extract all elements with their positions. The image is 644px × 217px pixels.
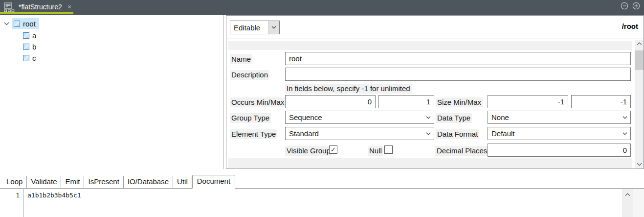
tab-emit[interactable]: Emit xyxy=(61,176,84,188)
element-type-label: Element Type xyxy=(230,129,277,139)
gutter-divider xyxy=(23,189,24,217)
node-path: /root xyxy=(622,22,638,30)
editor-content[interactable]: a1b1b2b3b4b5c1 xyxy=(27,192,81,199)
element-node-icon xyxy=(23,32,29,39)
group-type-label: Group Type xyxy=(230,113,271,123)
element-node-icon xyxy=(14,21,20,27)
tree-node-label: a xyxy=(32,31,36,40)
size-max-input[interactable] xyxy=(571,95,631,108)
tree-node-label: b xyxy=(32,43,36,51)
document-tab-title[interactable]: *flatStructure2 xyxy=(19,3,62,11)
decimal-places-label: Decimal Places xyxy=(435,146,489,156)
data-format-value: Default xyxy=(488,127,619,140)
group-type-value: Sequence xyxy=(286,111,422,123)
editor-right-margin xyxy=(633,189,644,217)
name-label: Name xyxy=(230,54,252,64)
data-type-label: Data Type xyxy=(436,113,472,123)
name-input[interactable] xyxy=(285,52,631,65)
visible-group-checkbox[interactable] xyxy=(329,145,337,154)
document-editor[interactable]: 1 a1b1b2b3b4b5c1 xyxy=(0,189,644,217)
chevron-down-icon[interactable] xyxy=(422,127,434,140)
tree-node-a[interactable]: a xyxy=(23,30,36,41)
size-minmax-label: Size Min/Max xyxy=(436,97,483,107)
unlimited-info-text: In fields below, specify -1 for unlimite… xyxy=(285,84,412,94)
chevron-down-icon[interactable] xyxy=(619,111,630,123)
data-type-value: None xyxy=(488,111,619,123)
data-format-label: Data Format xyxy=(436,129,479,139)
circled-minus-icon[interactable] xyxy=(621,2,628,12)
tab-close-icon[interactable]: × xyxy=(67,3,71,11)
chevron-up-icon[interactable] xyxy=(622,191,633,199)
chevron-down-icon[interactable] xyxy=(635,160,644,169)
chevron-down-icon[interactable] xyxy=(422,111,434,123)
tree-node-c[interactable]: c xyxy=(23,52,36,63)
size-min-input[interactable] xyxy=(488,95,568,108)
element-node-icon xyxy=(23,55,29,61)
properties-panel: Editable /root Name Description In field… xyxy=(226,15,644,169)
description-label: Description xyxy=(230,70,269,80)
group-type-dropdown[interactable]: Sequence xyxy=(285,111,434,124)
occurs-minmax-label: Occurs Min/Max xyxy=(230,97,286,107)
editor-scrollbar[interactable] xyxy=(622,189,633,217)
occurs-min-input[interactable] xyxy=(285,95,376,108)
chevron-up-icon[interactable] xyxy=(635,40,644,48)
tree-node-label: root xyxy=(23,20,36,28)
tree-node-label: c xyxy=(32,54,36,62)
tab-validate[interactable]: Validate xyxy=(27,176,61,188)
occurs-max-input[interactable] xyxy=(378,95,434,108)
tab-document[interactable]: Document xyxy=(192,175,235,189)
decimal-places-input[interactable] xyxy=(488,144,631,157)
form-spacer-band xyxy=(228,158,632,168)
edit-mode-value: Editable xyxy=(230,21,268,34)
structure-tree-panel: root a b c xyxy=(0,15,223,169)
data-type-dropdown[interactable]: None xyxy=(488,111,631,124)
visible-group-label: Visible Group xyxy=(285,146,332,156)
selected-node-highlight[interactable]: root xyxy=(12,18,39,29)
properties-scrollbar[interactable] xyxy=(635,40,644,169)
chevron-down-icon[interactable] xyxy=(619,127,630,140)
description-input[interactable] xyxy=(285,68,631,81)
title-bar: *flatStructure2 × xyxy=(0,0,644,15)
tab-io-database[interactable]: IO/Database xyxy=(124,176,173,188)
tree-node-b[interactable]: b xyxy=(23,41,36,52)
tab-util[interactable]: Util xyxy=(173,176,192,188)
element-type-dropdown[interactable]: Standard xyxy=(285,127,434,140)
app-window: *flatStructure2 × root xyxy=(0,0,644,217)
tab-loop[interactable]: Loop xyxy=(2,176,27,188)
element-node-icon xyxy=(23,44,29,50)
null-checkbox[interactable] xyxy=(384,145,393,154)
circled-plus-icon[interactable] xyxy=(632,2,640,12)
scrollbar-thumb[interactable] xyxy=(635,50,644,70)
element-type-value: Standard xyxy=(286,127,422,140)
properties-header: Editable /root xyxy=(226,16,644,39)
tree-node-root[interactable]: root xyxy=(4,18,39,29)
null-label: Null xyxy=(368,146,383,156)
active-tab-underline xyxy=(0,12,73,14)
form-spacer-band xyxy=(228,41,632,50)
chevron-down-icon[interactable] xyxy=(268,21,279,34)
tab-ispresent[interactable]: IsPresent xyxy=(84,176,123,188)
bottom-tab-strip: Loop Validate Emit IsPresent IO/Database… xyxy=(0,175,644,189)
chevron-down-icon[interactable] xyxy=(4,22,9,25)
edit-mode-dropdown[interactable]: Editable xyxy=(230,21,280,34)
line-number: 1 xyxy=(9,192,20,199)
data-format-dropdown[interactable]: Default xyxy=(488,127,631,140)
